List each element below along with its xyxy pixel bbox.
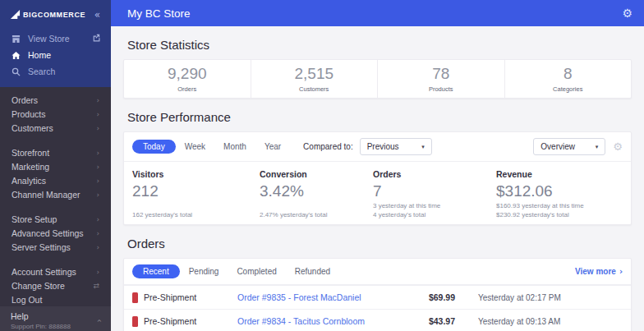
metric-value: 3.42% [260, 183, 373, 200]
tab-year[interactable]: Year [255, 140, 290, 154]
order-link[interactable]: Order #9834 - Tacitus Cornbloom [237, 316, 381, 326]
metric-subtext [260, 202, 373, 211]
help-title: Help [11, 311, 71, 321]
stat-label: Products [429, 85, 453, 93]
metric-subtext: $160.93 yesterday at this time [496, 202, 631, 211]
sidebar-item-analytics[interactable]: Analytics › [0, 173, 111, 187]
metric-revenue: Revenue $312.06 $160.93 yesterday at thi… [496, 170, 631, 219]
view-more-link[interactable]: View more › [575, 267, 623, 276]
order-date: Yesterday at 02:17 PM [455, 293, 623, 302]
chevron-up-icon: › [94, 320, 104, 323]
order-date: Yesterday at 09:13 AM [455, 317, 623, 326]
status-chip-icon [132, 292, 138, 303]
store-title: My BC Store [127, 7, 191, 20]
sidebar-item-storefront[interactable]: Storefront › [0, 145, 111, 159]
collapse-sidebar-icon[interactable]: « [94, 11, 100, 19]
chevron-right-icon: › [96, 229, 99, 237]
sidebar-item-view-store[interactable]: View Store [0, 30, 111, 47]
help-section[interactable]: Help Support Pin: 888888 › [0, 306, 111, 331]
order-status: Pre-Shipment [132, 292, 237, 303]
sidebar-item-label: Account Settings [12, 267, 76, 277]
metric-subtext: 162 yesterday's total [132, 211, 260, 220]
sidebar-item-label: Home [28, 50, 51, 60]
sidebar-item-label: Channel Manager [12, 190, 80, 200]
stat-card-products: 78 Products [377, 60, 504, 98]
metric-subtext: 4 yesterday's total [373, 211, 496, 220]
metric-subtext [132, 202, 260, 211]
sidebar-item-label: Orders [12, 95, 38, 105]
order-row[interactable]: Pre-Shipment Order #9835 - Forest MacDan… [124, 285, 631, 309]
store-performance-heading: Store Performance [127, 110, 628, 124]
metric-orders: Orders 7 3 yesterday at this time 4 yest… [373, 170, 496, 219]
order-status: Pre-Shipment [132, 316, 237, 327]
caret-down-icon: ▾ [421, 144, 425, 150]
sidebar-item-label: Log Out [12, 295, 42, 305]
sidebar-item-products[interactable]: Products › [0, 107, 111, 121]
change-store-icon: ⇄ [93, 282, 99, 290]
stat-card-categories: 8 Categories [504, 60, 632, 98]
tab-today[interactable]: Today [132, 140, 176, 154]
chevron-right-icon: › [96, 191, 99, 199]
metric-subtext: 2.47% yesterday's total [260, 211, 373, 220]
selected-value: Overview [540, 142, 575, 151]
sidebar-item-home[interactable]: Home [0, 47, 111, 63]
home-icon [11, 51, 21, 60]
sidebar-item-search[interactable]: Search [0, 63, 111, 80]
sidebar-item-label: Storefront [12, 148, 49, 158]
sidebar-item-label: Store Setup [12, 214, 57, 224]
bigcommerce-logo[interactable]: BIGCOMMERCE [10, 9, 85, 20]
sidebar-item-orders[interactable]: Orders › [0, 93, 111, 107]
chevron-right-icon: › [96, 163, 99, 171]
logo-text: BIGCOMMERCE [23, 11, 85, 19]
sidebar-item-account-settings[interactable]: Account Settings › [0, 264, 111, 278]
sidebar-top-section: BIGCOMMERCE « View Store Home [0, 0, 111, 87]
sidebar-item-advanced-settings[interactable]: Advanced Settings › [0, 226, 111, 240]
stat-card-orders: 9,290 Orders [124, 60, 251, 98]
sidebar-item-label: Marketing [12, 162, 49, 172]
sidebar-item-label: Products [12, 109, 45, 119]
store-statistics-panel: 9,290 Orders 2,515 Customers 78 Products… [123, 59, 632, 99]
chevron-right-icon: › [96, 268, 99, 276]
sidebar-item-label: View Store [28, 34, 70, 44]
search-icon [11, 67, 21, 76]
order-link[interactable]: Order #9835 - Forest MacDaniel [237, 292, 381, 302]
tab-month[interactable]: Month [214, 140, 255, 154]
tab-pending[interactable]: Pending [180, 264, 228, 278]
order-row[interactable]: Pre-Shipment Order #9834 - Tacitus Cornb… [124, 309, 631, 331]
performance-settings-gear-icon[interactable]: ⚙ [613, 140, 623, 153]
order-price: $69.99 [381, 292, 455, 302]
sidebar-item-log-out[interactable]: Log Out [0, 292, 111, 306]
metric-conversion: Conversion 3.42% 2.47% yesterday's total [260, 170, 373, 219]
stat-value: 8 [564, 65, 573, 83]
metric-value: $312.06 [496, 183, 631, 200]
tab-completed[interactable]: Completed [228, 264, 285, 278]
stat-label: Orders [177, 85, 196, 93]
chevron-right-icon: › [96, 149, 99, 157]
bigcommerce-sail-icon [10, 9, 21, 20]
top-header: My BC Store ⚙ [111, 0, 644, 26]
sidebar-item-label: Server Settings [12, 242, 71, 252]
sidebar-item-change-store[interactable]: Change Store ⇄ [0, 278, 111, 292]
performance-tabbar: Today Week Month Year Compared to: Previ… [124, 132, 631, 162]
sidebar-item-label: Advanced Settings [12, 228, 84, 238]
overview-select[interactable]: Overview ▾ [533, 138, 605, 155]
sidebar-item-store-setup[interactable]: Store Setup › [0, 212, 111, 226]
sidebar-item-channel-manager[interactable]: Channel Manager › [0, 187, 111, 201]
stat-value: 2,515 [294, 65, 334, 83]
performance-metrics: Visitors 212 162 yesterday's total Conve… [124, 162, 631, 224]
sidebar-item-marketing[interactable]: Marketing › [0, 159, 111, 173]
tab-week[interactable]: Week [176, 140, 214, 154]
metric-value: 212 [132, 183, 260, 200]
tab-recent[interactable]: Recent [132, 264, 180, 278]
compared-to-select[interactable]: Previous ▾ [360, 138, 432, 155]
metric-label: Visitors [132, 170, 260, 179]
sidebar-item-server-settings[interactable]: Server Settings › [0, 240, 111, 254]
settings-gear-icon[interactable]: ⚙ [622, 7, 632, 20]
metric-subtext: 3 yesterday at this time [373, 202, 496, 211]
view-more-label: View more [575, 267, 616, 276]
dashboard-content: Store Statistics 9,290 Orders 2,515 Cust… [111, 26, 644, 331]
tab-refunded[interactable]: Refunded [286, 264, 339, 278]
stat-value: 78 [432, 65, 449, 83]
sidebar-item-customers[interactable]: Customers › [0, 121, 111, 135]
sidebar-item-label: Change Store [12, 281, 65, 291]
